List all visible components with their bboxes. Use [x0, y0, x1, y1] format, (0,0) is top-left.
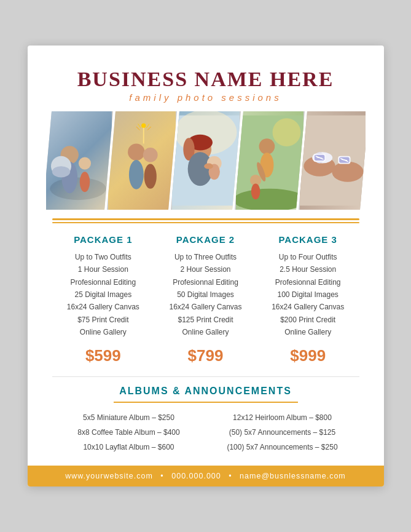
photo-2	[108, 111, 176, 210]
list-item: (100) 5x7 Announcements – $250	[212, 440, 353, 455]
list-item: $125 Print Credit	[159, 314, 252, 326]
list-item: 2 Hour Session	[159, 263, 252, 276]
photo-4	[236, 111, 303, 210]
list-item: 10x10 Layflat Album – $600	[58, 440, 200, 455]
list-item: Online Gallery	[57, 326, 150, 338]
page: BUSINESS NAME HERE family photo sessions	[28, 46, 384, 486]
svg-point-6	[52, 167, 69, 178]
photo-frame-1	[46, 111, 113, 210]
list-item: 5x5 Miniature Album – $250	[58, 410, 200, 425]
svg-point-3	[78, 157, 90, 170]
albums-section: ALBUMS & ANNOUNCEMENTS 5x5 Miniature Alb…	[52, 376, 359, 455]
svg-point-8	[128, 160, 143, 189]
svg-line-13	[138, 124, 141, 128]
photo-1	[46, 111, 112, 210]
albums-col-2: 12x12 Heirloom Album – $800 (50) 5x7 Ann…	[206, 410, 359, 455]
divider-thin	[52, 222, 359, 223]
package-1-title: PACKAGE 1	[57, 234, 150, 245]
svg-line-16	[147, 127, 151, 130]
package-2-title: PACKAGE 2	[159, 234, 252, 245]
list-item: Up to Four Outfits	[262, 251, 354, 263]
list-item: 16x24 Gallery Canvas	[57, 301, 150, 313]
list-item: Up to Three Outfits	[159, 251, 252, 263]
list-item: 100 Digital Images	[262, 288, 354, 301]
svg-line-14	[146, 124, 149, 128]
albums-title: ALBUMS & ANNOUNCEMENTS	[52, 386, 359, 397]
package-3-title: PACKAGE 3	[262, 234, 354, 245]
list-item: Profesionnal Editing	[262, 276, 354, 288]
list-item: 16x24 Gallery Canvas	[159, 301, 252, 313]
business-name: BUSINESS NAME HERE	[52, 68, 359, 91]
albums-divider	[114, 402, 298, 403]
footer: www.yourwebsite.com • 000.000.000 • name…	[28, 466, 384, 486]
list-item: (50) 5x7 Announcements – $125	[212, 425, 353, 440]
list-item: $75 Print Credit	[57, 314, 150, 326]
list-item: 1 Hour Session	[57, 263, 150, 276]
package-3: PACKAGE 3 Up to Four Outfits 2.5 Hour Se…	[257, 234, 359, 365]
photo-strip	[46, 111, 366, 210]
list-item: 50 Digital Images	[159, 288, 252, 301]
list-item: $200 Print Credit	[262, 314, 354, 326]
package-3-price: $999	[262, 346, 354, 365]
svg-point-7	[128, 144, 145, 161]
albums-col-1: 5x5 Miniature Album – $250 8x8 Coffee Ta…	[52, 410, 206, 455]
list-item: Profesionnal Editing	[159, 276, 252, 288]
footer-sep-2: •	[229, 472, 232, 480]
header: BUSINESS NAME HERE family photo sessions	[52, 68, 359, 103]
package-3-items: Up to Four Outfits 2.5 Hour Session Prof…	[262, 251, 354, 339]
photo-5	[300, 111, 366, 210]
footer-phone: 000.000.000	[171, 472, 221, 480]
divider-thick	[52, 218, 359, 220]
photo-frame-4	[235, 111, 305, 210]
svg-point-10	[144, 164, 156, 189]
albums-content: 5x5 Miniature Album – $250 8x8 Coffee Ta…	[52, 410, 359, 455]
list-item: 12x12 Heirloom Album – $800	[212, 410, 353, 425]
photo-frame-3	[171, 111, 241, 210]
packages-section: PACKAGE 1 Up to Two Outfits 1 Hour Sessi…	[52, 234, 359, 365]
package-2: PACKAGE 2 Up to Three Outfits 2 Hour Ses…	[154, 234, 257, 365]
list-item: Online Gallery	[262, 326, 354, 338]
package-1-price: $599	[57, 346, 150, 365]
package-2-price: $799	[159, 346, 252, 365]
photo-frame-2	[107, 111, 177, 210]
divider	[52, 218, 359, 223]
svg-point-9	[143, 148, 157, 162]
list-item: Online Gallery	[159, 326, 252, 338]
list-item: Up to Two Outfits	[57, 251, 150, 263]
subtitle: family photo sessions	[52, 92, 359, 103]
list-item: 8x8 Coffee Table Album – $400	[58, 425, 200, 440]
svg-line-15	[136, 127, 139, 130]
list-item: 2.5 Hour Session	[262, 263, 354, 276]
svg-point-12	[141, 124, 146, 128]
svg-point-27	[236, 189, 303, 210]
footer-email: name@busnlessname.com	[240, 472, 346, 480]
svg-point-0	[50, 178, 106, 200]
photo-3	[172, 111, 240, 210]
footer-sep-1: •	[160, 472, 163, 480]
list-item: 25 Digital Images	[57, 288, 150, 301]
list-item: Profesionnal Editing	[57, 276, 150, 288]
photo-frame-5	[299, 111, 366, 210]
footer-website: www.yourwebsite.com	[65, 472, 153, 480]
package-1: PACKAGE 1 Up to Two Outfits 1 Hour Sessi…	[52, 234, 155, 365]
list-item: 16x24 Gallery Canvas	[262, 301, 354, 313]
package-1-items: Up to Two Outfits 1 Hour Session Profesi…	[57, 251, 150, 339]
package-2-items: Up to Three Outfits 2 Hour Session Profe…	[159, 251, 252, 339]
